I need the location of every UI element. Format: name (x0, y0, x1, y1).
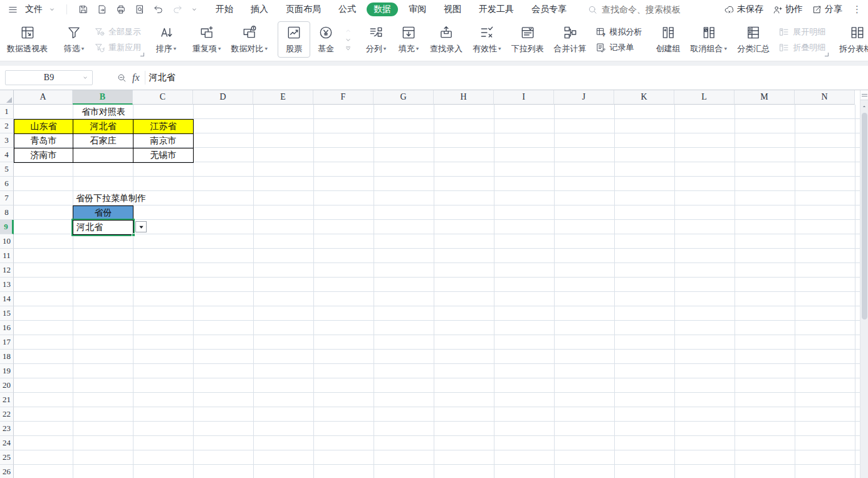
menu-tab-active[interactable]: 数据 (367, 3, 398, 16)
scroll-up-icon[interactable] (860, 103, 868, 110)
row-header-7[interactable]: 7 (0, 191, 14, 205)
dialog-launcher-icon[interactable] (140, 53, 144, 56)
column-header-c[interactable]: C (133, 90, 193, 105)
row-header-15[interactable]: 15 (0, 306, 14, 321)
row-header-26[interactable]: 26 (0, 465, 14, 478)
row-header-12[interactable]: 12 (0, 263, 14, 278)
row-header-24[interactable]: 24 (0, 436, 14, 450)
row-header-6[interactable]: 6 (0, 177, 14, 191)
save-status[interactable]: 未保存 (724, 4, 763, 15)
row-header-20[interactable]: 20 (0, 378, 14, 393)
cell-a2[interactable]: 山东省 (14, 119, 73, 134)
select-all-corner[interactable] (0, 90, 14, 105)
row-header-17[interactable]: 17 (0, 335, 14, 350)
cell-c2[interactable]: 江苏省 (133, 119, 194, 134)
split-handle[interactable] (860, 90, 868, 100)
row-header-5[interactable]: 5 (0, 162, 14, 177)
cell-b7[interactable]: 省份下拉菜单制作 (73, 191, 193, 205)
print-preview-icon[interactable] (132, 2, 147, 17)
insert-function-fx-icon[interactable]: fx (132, 72, 140, 83)
row-header-14[interactable]: 14 (0, 292, 14, 306)
print-icon[interactable] (113, 2, 128, 17)
cell-b4[interactable] (73, 148, 133, 163)
search-input[interactable] (602, 4, 696, 14)
row-header-1[interactable]: 1 (0, 105, 14, 119)
menu-tab[interactable]: 公式 (332, 3, 363, 16)
fill-handle[interactable] (132, 233, 135, 237)
row-header-3[interactable]: 3 (0, 133, 14, 148)
column-header-h[interactable]: H (434, 90, 494, 105)
ribbon-button[interactable]: 拆分表格▾ (834, 21, 868, 58)
row-header-25[interactable]: 25 (0, 450, 14, 465)
data-validation-dropdown-button[interactable] (135, 221, 147, 232)
name-box[interactable]: B9 (5, 70, 93, 85)
redo-icon[interactable] (170, 2, 185, 17)
vertical-scrollbar[interactable] (860, 90, 868, 478)
column-header-m[interactable]: M (735, 90, 795, 105)
ribbon-button[interactable]: 数据对比▾ (226, 21, 273, 58)
row-header-2[interactable]: 2 (0, 119, 14, 133)
row-header-22[interactable]: 22 (0, 407, 14, 422)
share-button[interactable]: 分享 (812, 4, 842, 15)
gallery-scroll-down-icon[interactable] (345, 36, 352, 43)
column-header-d[interactable]: D (193, 90, 253, 105)
row-header-16[interactable]: 16 (0, 321, 14, 335)
ribbon-button[interactable]: 排序▾ (150, 21, 182, 58)
row-header-18[interactable]: 18 (0, 350, 14, 364)
column-header-k[interactable]: K (614, 90, 674, 105)
column-header-b[interactable]: B (73, 90, 133, 105)
more-chevron-icon[interactable] (189, 2, 200, 17)
save-icon[interactable] (76, 2, 91, 17)
row-header-11[interactable]: 11 (0, 249, 14, 263)
row-header-19[interactable]: 19 (0, 364, 14, 378)
column-header-e[interactable]: E (253, 90, 313, 105)
column-header-a[interactable]: A (14, 90, 73, 105)
ribbon-button[interactable]: 重复项▾ (187, 21, 226, 58)
row-header-21[interactable]: 21 (0, 393, 14, 407)
hamburger-menu-icon[interactable] (5, 2, 20, 17)
menu-tab[interactable]: 插入 (244, 3, 275, 16)
row-header-13[interactable]: 13 (0, 278, 14, 292)
magnifier-icon[interactable] (117, 73, 127, 83)
cell-b2[interactable]: 河北省 (73, 119, 133, 134)
column-header-f[interactable]: F (313, 90, 374, 105)
row-header-8[interactable]: 8 (0, 205, 14, 220)
ribbon-button[interactable]: 下拉列表 (506, 21, 549, 58)
row-header-9[interactable]: 9 (0, 220, 14, 234)
row-header-10[interactable]: 10 (0, 234, 14, 249)
ribbon-button[interactable]: 有效性▾ (468, 21, 506, 58)
row-header-4[interactable]: 4 (0, 148, 14, 162)
ribbon-button[interactable]: 分列▾ (360, 21, 392, 58)
cell-b3[interactable]: 石家庄 (73, 133, 133, 148)
menu-tab[interactable]: 审阅 (402, 3, 433, 16)
cell-c4[interactable]: 无锡市 (133, 148, 194, 163)
name-box-chevron-down-icon[interactable] (81, 74, 89, 81)
ribbon-button[interactable]: 数据透视表 (2, 21, 53, 58)
ribbon-button[interactable]: 创建组 (651, 21, 686, 58)
ribbon-button[interactable]: 取消组合▾ (686, 21, 733, 58)
row-header-23[interactable]: 23 (0, 422, 14, 436)
export-icon[interactable] (95, 2, 110, 17)
dialog-launcher-icon[interactable] (825, 53, 829, 56)
menu-tab[interactable]: 开始 (209, 3, 240, 16)
menu-tab[interactable]: 视图 (437, 3, 468, 16)
column-header-i[interactable]: I (494, 90, 554, 105)
column-header-g[interactable]: G (374, 90, 434, 105)
menu-tab[interactable]: 页面布局 (279, 3, 328, 16)
undo-icon[interactable] (151, 2, 166, 17)
search-box[interactable] (587, 4, 696, 15)
column-header-l[interactable]: L (674, 90, 735, 105)
cell-a4[interactable]: 济南市 (14, 148, 73, 163)
ribbon-button[interactable]: 查找录入 (425, 21, 468, 58)
file-chevron-down-icon[interactable] (46, 2, 58, 17)
column-header-n[interactable]: N (795, 90, 855, 105)
gallery-item[interactable]: 基金 (310, 21, 342, 58)
gallery-item[interactable]: 股票 (278, 21, 310, 58)
cell-a3[interactable]: 青岛市 (14, 133, 73, 148)
column-header-j[interactable]: J (554, 90, 614, 105)
file-menu[interactable]: 文件 (25, 4, 43, 15)
cell-a1[interactable]: 省市对照表 (14, 105, 193, 119)
menu-tab[interactable]: 开发工具 (472, 3, 521, 16)
ribbon-button[interactable]: 填充▾ (392, 21, 425, 58)
ribbon-button[interactable]: 合并计算 (549, 21, 592, 58)
